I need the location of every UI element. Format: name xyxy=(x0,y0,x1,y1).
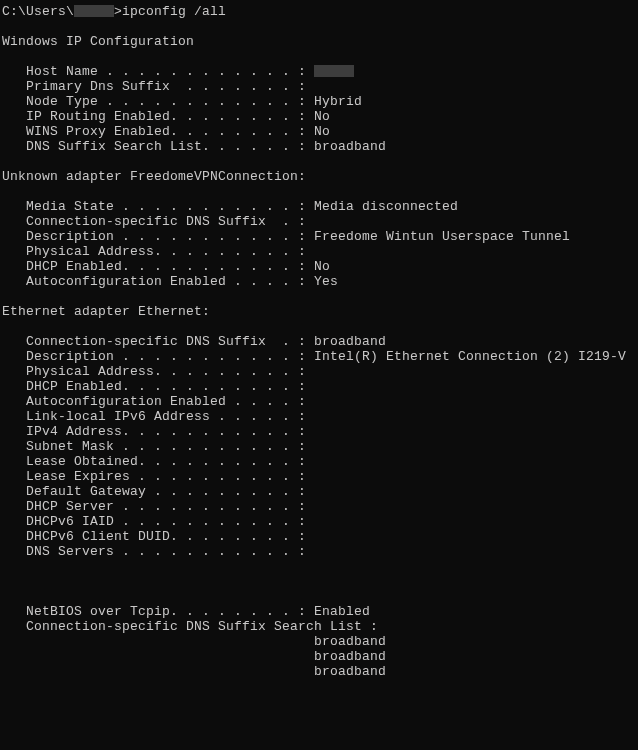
a2-conn-dns-row: Connection-specific DNS Suffix . : broad… xyxy=(2,334,386,349)
prompt-line[interactable]: C:\Users\>ipconfig /all xyxy=(2,4,226,19)
a1-autoconf-value: Yes xyxy=(314,274,338,289)
wins-proxy-label: WINS Proxy Enabled. . . . . . . . : xyxy=(2,124,314,139)
blank-line xyxy=(2,559,10,574)
a2-suffix-indent xyxy=(2,634,314,649)
a2-lease-obtained-row: Lease Obtained. . . . . . . . . . : xyxy=(2,454,306,469)
a2-suffix3-row: broadband xyxy=(2,664,386,679)
node-type-label: Node Type . . . . . . . . . . . . : xyxy=(2,94,314,109)
host-name-row: Host Name . . . . . . . . . . . . : xyxy=(2,64,354,79)
blank-line xyxy=(2,589,10,604)
host-name-label: Host Name . . . . . . . . . . . . : xyxy=(2,64,314,79)
a1-conn-dns-row: Connection-specific DNS Suffix . : xyxy=(2,214,306,229)
blank-line xyxy=(2,574,10,589)
dns-suffix-list-row: DNS Suffix Search List. . . . . . : broa… xyxy=(2,139,386,154)
media-state-label: Media State . . . . . . . . . . . : xyxy=(2,199,314,214)
prompt-path-prefix: C:\Users\ xyxy=(2,4,74,19)
blank-line xyxy=(2,154,10,169)
a2-netbios-row: NetBIOS over Tcpip. . . . . . . . : Enab… xyxy=(2,604,370,619)
a1-description-row: Description . . . . . . . . . . . : Free… xyxy=(2,229,570,244)
section-header-adapter1: Unknown adapter FreedomeVPNConnection: xyxy=(2,169,306,184)
a2-link-local-row: Link-local IPv6 Address . . . . . : xyxy=(2,409,306,424)
node-type-value: Hybrid xyxy=(314,94,362,109)
a2-netbios-label: NetBIOS over Tcpip. . . . . . . . : xyxy=(2,604,314,619)
a2-suffix2-row: broadband xyxy=(2,649,386,664)
a1-description-value: Freedome Wintun Userspace Tunnel xyxy=(314,229,570,244)
a1-phys-addr-row: Physical Address. . . . . . . . . : xyxy=(2,244,306,259)
a1-autoconf-label: Autoconfiguration Enabled . . . . : xyxy=(2,274,314,289)
dns-suffix-list-value: broadband xyxy=(314,139,386,154)
a2-conn-dns-label: Connection-specific DNS Suffix . : xyxy=(2,334,314,349)
a1-dhcp-enabled-label: DHCP Enabled. . . . . . . . . . . : xyxy=(2,259,314,274)
blank-line xyxy=(2,319,10,334)
a2-subnet-row: Subnet Mask . . . . . . . . . . . : xyxy=(2,439,306,454)
redacted-user xyxy=(74,5,114,17)
a2-suffix2-value: broadband xyxy=(314,649,386,664)
media-state-value: Media disconnected xyxy=(314,199,458,214)
a2-dhcpv6-duid-row: DHCPv6 Client DUID. . . . . . . . : xyxy=(2,529,306,544)
blank-line xyxy=(2,49,10,64)
wins-proxy-value: No xyxy=(314,124,330,139)
a2-description-value: Intel(R) Ethernet Connection (2) I219-V xyxy=(314,349,626,364)
media-state-row: Media State . . . . . . . . . . . : Medi… xyxy=(2,199,458,214)
a2-suffix-indent xyxy=(2,664,314,679)
a2-suffix1-value: broadband xyxy=(314,634,386,649)
a2-phys-addr-row: Physical Address. . . . . . . . . : xyxy=(2,364,306,379)
section-header-global: Windows IP Configuration xyxy=(2,34,194,49)
node-type-row: Node Type . . . . . . . . . . . . : Hybr… xyxy=(2,94,362,109)
a2-dhcp-server-row: DHCP Server . . . . . . . . . . . : xyxy=(2,499,306,514)
a2-suffix-list-header: Connection-specific DNS Suffix Search Li… xyxy=(2,619,378,634)
ip-routing-row: IP Routing Enabled. . . . . . . . : No xyxy=(2,109,330,124)
a2-default-gw-row: Default Gateway . . . . . . . . . : xyxy=(2,484,306,499)
a2-dns-servers-row: DNS Servers . . . . . . . . . . . : xyxy=(2,544,306,559)
a2-dhcp-enabled-row: DHCP Enabled. . . . . . . . . . . : xyxy=(2,379,306,394)
a2-dhcpv6-iaid-row: DHCPv6 IAID . . . . . . . . . . . : xyxy=(2,514,306,529)
wins-proxy-row: WINS Proxy Enabled. . . . . . . . : No xyxy=(2,124,330,139)
a2-suffix-indent xyxy=(2,649,314,664)
blank-line xyxy=(2,184,10,199)
a2-netbios-value: Enabled xyxy=(314,604,370,619)
a2-conn-dns-value: broadband xyxy=(314,334,386,349)
blank-line xyxy=(2,19,10,34)
ip-routing-value: No xyxy=(314,109,330,124)
terminal-output: C:\Users\>ipconfig /all Windows IP Confi… xyxy=(0,0,638,685)
dns-suffix-list-label: DNS Suffix Search List. . . . . . : xyxy=(2,139,314,154)
redacted-host xyxy=(314,65,354,77)
a2-suffix1-row: broadband xyxy=(2,634,386,649)
primary-dns-row: Primary Dns Suffix . . . . . . . : xyxy=(2,79,306,94)
a1-description-label: Description . . . . . . . . . . . : xyxy=(2,229,314,244)
a1-dhcp-enabled-value: No xyxy=(314,259,330,274)
a2-ipv4-row: IPv4 Address. . . . . . . . . . . : xyxy=(2,424,306,439)
a2-suffix3-value: broadband xyxy=(314,664,386,679)
a2-description-label: Description . . . . . . . . . . . : xyxy=(2,349,314,364)
blank-line xyxy=(2,289,10,304)
a2-lease-expires-row: Lease Expires . . . . . . . . . . : xyxy=(2,469,306,484)
prompt-command: >ipconfig /all xyxy=(114,4,226,19)
a1-autoconf-row: Autoconfiguration Enabled . . . . : Yes xyxy=(2,274,338,289)
ip-routing-label: IP Routing Enabled. . . . . . . . : xyxy=(2,109,314,124)
a1-dhcp-enabled-row: DHCP Enabled. . . . . . . . . . . : No xyxy=(2,259,330,274)
a2-description-row: Description . . . . . . . . . . . : Inte… xyxy=(2,349,626,364)
section-header-adapter2: Ethernet adapter Ethernet: xyxy=(2,304,210,319)
a2-autoconf-row: Autoconfiguration Enabled . . . . : xyxy=(2,394,306,409)
